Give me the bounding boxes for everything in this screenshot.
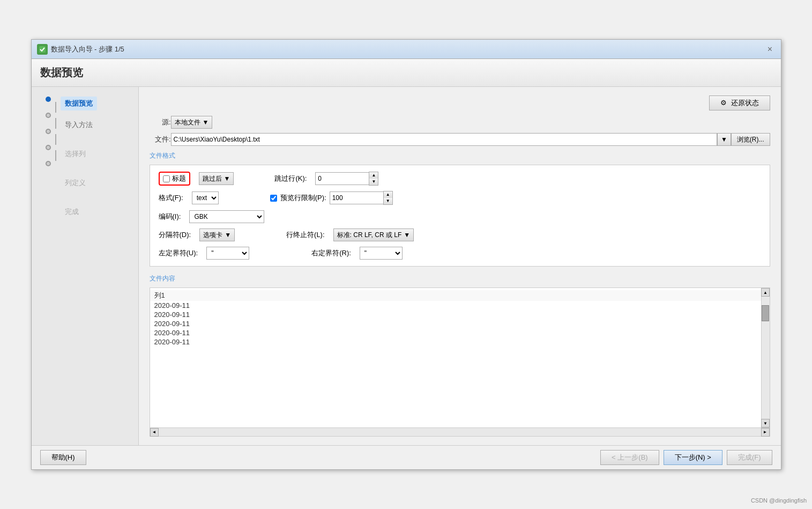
source-row: 源: 本地文件 ▼ <box>150 116 770 129</box>
scroll-right-arrow[interactable]: ► <box>761 428 770 437</box>
restore-button[interactable]: ⚙ 还原状态 <box>709 95 770 110</box>
sidebar-item-coldef: 列定义 <box>61 168 97 197</box>
right-delimiter-label: 右定界符(R): <box>311 248 351 258</box>
format-label: 格式(F): <box>159 193 183 203</box>
format-row-3: 编码(I): GBK UTF-8 <box>159 210 761 223</box>
encoding-label: 编码(I): <box>159 212 181 222</box>
finish-button[interactable]: 完成(F) <box>727 450 772 465</box>
page-title: 数据预览 <box>40 65 772 80</box>
encoding-select[interactable]: GBK UTF-8 <box>189 210 264 223</box>
dropdown-arrow-icon: ▼ <box>203 119 209 126</box>
watermark: CSDN @dingdingfish <box>751 497 807 504</box>
format-row-2: 格式(F): text csv 预览行限制(P): ▲ <box>159 191 761 205</box>
next-button[interactable]: 下一步(N) > <box>664 450 722 465</box>
file-format-title: 文件格式 <box>150 151 770 160</box>
file-dropdown-arrow-icon: ▼ <box>721 136 727 143</box>
svg-rect-0 <box>39 46 46 53</box>
file-content-list: 列12020-09-112020-09-112020-09-112020-09-… <box>150 288 761 349</box>
scroll-left-arrow[interactable]: ◄ <box>150 428 159 437</box>
scroll-up-arrow[interactable]: ▲ <box>761 288 770 297</box>
scroll-down-arrow[interactable]: ▼ <box>761 419 770 427</box>
skip-rows-up[interactable]: ▲ <box>369 172 378 179</box>
format-row-4: 分隔符(D): 选项卡 ▼ 行终止符(L): 标准: CR LF, CR 或 L… <box>159 228 761 241</box>
preview-limit-spinner-btns: ▲ ▼ <box>383 191 393 205</box>
horizontal-scrollbar[interactable]: ◄ ► <box>150 427 770 436</box>
sidebar-dot-finish <box>46 161 51 166</box>
file-content-box: 列12020-09-112020-09-112020-09-112020-09-… <box>150 287 770 437</box>
header-checkbox-highlighted: 标题 <box>159 172 190 186</box>
separator-label: 分隔符(D): <box>159 230 191 240</box>
preview-limit-up[interactable]: ▲ <box>384 191 392 198</box>
format-section-box: 标题 跳过后 ▼ 跳过行(K): ▲ ▼ <box>150 165 770 267</box>
header-checkbox[interactable] <box>163 175 170 182</box>
preview-limit-checkbox[interactable] <box>270 195 277 202</box>
sidebar-line-2 <box>55 118 56 129</box>
skip-rows-spinner-btns: ▲ ▼ <box>369 172 378 186</box>
sidebar-item-import[interactable]: 导入方法 <box>61 110 97 139</box>
scroll-thumb[interactable] <box>762 305 769 321</box>
preview-limit-label: 预览行限制(P): <box>280 193 326 203</box>
file-content-row: 2020-09-11 <box>150 319 761 328</box>
file-content-title: 文件内容 <box>150 274 770 283</box>
file-content-row: 2020-09-11 <box>150 337 761 346</box>
dialog-body: 数据预览 导入方法 选择列 列定义 完成 <box>32 87 781 445</box>
header-label: 标题 <box>172 174 186 183</box>
preview-limit-input[interactable] <box>330 191 383 204</box>
sidebar-line-3 <box>55 134 56 145</box>
separator-dropdown[interactable]: 选项卡 ▼ <box>199 228 235 241</box>
file-path-dropdown[interactable]: ▼ <box>717 133 731 146</box>
skip-rows-input[interactable] <box>315 172 369 185</box>
restore-btn-container: ⚙ 还原状态 <box>150 95 770 110</box>
line-end-arrow-icon: ▼ <box>404 231 410 239</box>
file-content-row: 2020-09-11 <box>150 301 761 310</box>
title-bar-left: 数据导入向导 - 步骤 1/5 <box>37 44 124 55</box>
preview-limit-spinner: ▲ ▼ <box>330 191 393 205</box>
source-dropdown[interactable]: 本地文件 ▼ <box>171 116 213 129</box>
sidebar-line-4 <box>55 150 56 161</box>
main-content: ⚙ 还原状态 源: 本地文件 ▼ 文件: ▼ 浏览(R <box>139 87 781 445</box>
file-label: 文件: <box>150 135 171 144</box>
dialog-title: 数据导入向导 - 步骤 1/5 <box>51 45 124 54</box>
line-end-dropdown[interactable]: 标准: CR LF, CR 或 LF ▼ <box>333 228 414 241</box>
file-content-row: 2020-09-11 <box>150 328 761 337</box>
dialog-footer: 帮助(H) < 上一步(B) 下一步(N) > 完成(F) <box>32 445 781 469</box>
left-delimiter-select[interactable]: " ' <box>206 247 249 260</box>
main-dialog: 数据导入向导 - 步骤 1/5 × 数据预览 <box>31 39 781 470</box>
help-button[interactable]: 帮助(H) <box>40 450 86 465</box>
format-row-5: 左定界符(U): " ' 右定界符(R): " ' <box>159 247 761 260</box>
right-delimiter-select[interactable]: " ' <box>360 247 403 260</box>
sidebar-dot-select <box>46 129 51 134</box>
skip-rows-spinner: ▲ ▼ <box>315 172 378 186</box>
vertical-scrollbar[interactable]: ▲ ▼ <box>761 288 770 427</box>
sidebar-item-select: 选择列 <box>61 139 97 168</box>
skip-after-dropdown[interactable]: 跳过后 ▼ <box>199 172 234 185</box>
title-bar: 数据导入向导 - 步骤 1/5 × <box>32 40 781 59</box>
file-content-scroll-area: 列12020-09-112020-09-112020-09-112020-09-… <box>150 288 761 427</box>
footer-right-buttons: < 上一步(B) 下一步(N) > 完成(F) <box>600 450 772 465</box>
sidebar-dot-column <box>46 145 51 150</box>
file-content-row: 列1 <box>150 290 761 301</box>
browse-button[interactable]: 浏览(R)... <box>731 133 770 146</box>
sidebar: 数据预览 导入方法 选择列 列定义 完成 <box>32 87 139 445</box>
file-path-input[interactable] <box>171 133 717 146</box>
close-button[interactable]: × <box>765 44 776 55</box>
preview-limit-down[interactable]: ▼ <box>384 198 392 204</box>
file-format-section: 文件格式 标题 跳过后 ▼ 跳过行(K): <box>150 151 770 267</box>
sidebar-item-preview[interactable]: 数据预览 <box>61 97 97 110</box>
file-content-section: 文件内容 列12020-09-112020-09-112020-09-11202… <box>150 274 770 437</box>
app-icon <box>37 44 48 55</box>
skip-rows-down[interactable]: ▼ <box>369 179 378 185</box>
scroll-track-h <box>159 429 761 436</box>
file-content-row: 2020-09-11 <box>150 310 761 319</box>
dialog-header: 数据预览 <box>32 59 781 87</box>
file-row: 文件: ▼ 浏览(R)... <box>150 133 770 146</box>
prev-button[interactable]: < 上一步(B) <box>600 450 659 465</box>
sidebar-line-1 <box>55 102 56 113</box>
separator-arrow-icon: ▼ <box>225 231 231 239</box>
skip-after-arrow-icon: ▼ <box>224 175 230 182</box>
sidebar-item-done: 完成 <box>61 197 97 226</box>
source-label: 源: <box>150 117 171 127</box>
left-delimiter-label: 左定界符(U): <box>159 248 198 258</box>
format-select[interactable]: text csv <box>192 191 219 204</box>
preview-limit-group: 预览行限制(P): ▲ ▼ <box>270 191 393 205</box>
